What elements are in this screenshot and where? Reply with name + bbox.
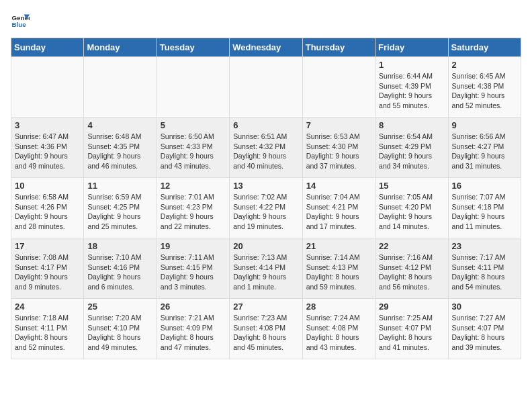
calendar-cell: 7Sunrise: 6:53 AM Sunset: 4:30 PM Daylig… xyxy=(302,118,375,178)
day-info: Sunrise: 7:07 AM Sunset: 4:18 PM Dayligh… xyxy=(452,192,517,232)
day-header-sunday: Sunday xyxy=(11,38,84,57)
day-info: Sunrise: 6:47 AM Sunset: 4:36 PM Dayligh… xyxy=(15,132,80,171)
day-number: 23 xyxy=(452,241,517,251)
calendar-cell: 21Sunrise: 7:14 AM Sunset: 4:13 PM Dayli… xyxy=(302,238,375,299)
calendar-cell: 1Sunrise: 6:44 AM Sunset: 4:39 PM Daylig… xyxy=(375,57,448,118)
day-info: Sunrise: 7:18 AM Sunset: 4:11 PM Dayligh… xyxy=(15,313,80,353)
calendar-cell: 14Sunrise: 7:04 AM Sunset: 4:21 PM Dayli… xyxy=(302,178,375,238)
day-number: 13 xyxy=(233,181,298,191)
day-info: Sunrise: 6:51 AM Sunset: 4:32 PM Dayligh… xyxy=(233,132,298,171)
calendar-cell: 25Sunrise: 7:20 AM Sunset: 4:10 PM Dayli… xyxy=(84,299,157,359)
calendar-cell: 4Sunrise: 6:48 AM Sunset: 4:35 PM Daylig… xyxy=(84,118,157,178)
day-number: 15 xyxy=(379,181,444,191)
calendar-cell: 29Sunrise: 7:25 AM Sunset: 4:07 PM Dayli… xyxy=(375,299,448,359)
calendar-header-row: SundayMondayTuesdayWednesdayThursdayFrid… xyxy=(11,38,521,57)
day-info: Sunrise: 7:14 AM Sunset: 4:13 PM Dayligh… xyxy=(306,253,371,292)
calendar-cell: 16Sunrise: 7:07 AM Sunset: 4:18 PM Dayli… xyxy=(448,178,521,238)
day-info: Sunrise: 6:44 AM Sunset: 4:39 PM Dayligh… xyxy=(379,71,444,111)
day-info: Sunrise: 6:58 AM Sunset: 4:26 PM Dayligh… xyxy=(15,192,80,232)
day-number: 2 xyxy=(452,60,517,70)
day-number: 17 xyxy=(15,241,80,251)
calendar-cell: 26Sunrise: 7:21 AM Sunset: 4:09 PM Dayli… xyxy=(157,299,229,359)
day-info: Sunrise: 7:17 AM Sunset: 4:11 PM Dayligh… xyxy=(452,253,517,292)
day-info: Sunrise: 7:10 AM Sunset: 4:16 PM Dayligh… xyxy=(87,253,152,292)
calendar-week-4: 17Sunrise: 7:08 AM Sunset: 4:17 PM Dayli… xyxy=(11,238,521,299)
logo-icon: General Blue xyxy=(11,11,30,30)
calendar-cell xyxy=(11,57,84,118)
calendar-cell: 8Sunrise: 6:54 AM Sunset: 4:29 PM Daylig… xyxy=(375,118,448,178)
day-number: 18 xyxy=(87,241,152,251)
day-info: Sunrise: 7:05 AM Sunset: 4:20 PM Dayligh… xyxy=(379,192,444,232)
day-number: 24 xyxy=(15,302,80,312)
day-info: Sunrise: 7:13 AM Sunset: 4:14 PM Dayligh… xyxy=(233,253,298,292)
day-number: 5 xyxy=(161,120,226,130)
calendar-cell: 5Sunrise: 6:50 AM Sunset: 4:33 PM Daylig… xyxy=(157,118,229,178)
calendar-cell: 30Sunrise: 7:27 AM Sunset: 4:07 PM Dayli… xyxy=(448,299,521,359)
day-header-monday: Monday xyxy=(84,38,157,57)
day-number: 4 xyxy=(87,120,152,130)
day-number: 3 xyxy=(15,120,80,130)
day-info: Sunrise: 7:27 AM Sunset: 4:07 PM Dayligh… xyxy=(452,313,517,353)
day-info: Sunrise: 7:23 AM Sunset: 4:08 PM Dayligh… xyxy=(233,313,298,353)
calendar-week-2: 3Sunrise: 6:47 AM Sunset: 4:36 PM Daylig… xyxy=(11,118,521,178)
calendar-table: SundayMondayTuesdayWednesdayThursdayFrid… xyxy=(11,38,521,359)
day-number: 9 xyxy=(452,120,517,130)
day-header-saturday: Saturday xyxy=(448,38,521,57)
calendar-cell xyxy=(157,57,229,118)
day-number: 1 xyxy=(379,60,444,70)
day-number: 29 xyxy=(379,302,444,312)
day-number: 19 xyxy=(161,241,226,251)
calendar-week-3: 10Sunrise: 6:58 AM Sunset: 4:26 PM Dayli… xyxy=(11,178,521,238)
page-header: General Blue xyxy=(11,11,521,30)
day-info: Sunrise: 7:08 AM Sunset: 4:17 PM Dayligh… xyxy=(15,253,80,292)
day-info: Sunrise: 7:24 AM Sunset: 4:08 PM Dayligh… xyxy=(306,313,371,353)
day-number: 26 xyxy=(161,302,226,312)
logo: General Blue xyxy=(11,11,32,30)
day-info: Sunrise: 6:53 AM Sunset: 4:30 PM Dayligh… xyxy=(306,132,371,171)
calendar-week-5: 24Sunrise: 7:18 AM Sunset: 4:11 PM Dayli… xyxy=(11,299,521,359)
calendar-cell: 28Sunrise: 7:24 AM Sunset: 4:08 PM Dayli… xyxy=(302,299,375,359)
svg-text:Blue: Blue xyxy=(11,21,26,28)
calendar-cell xyxy=(302,57,375,118)
calendar-cell: 9Sunrise: 6:56 AM Sunset: 4:27 PM Daylig… xyxy=(448,118,521,178)
day-number: 10 xyxy=(15,181,80,191)
calendar-cell: 6Sunrise: 6:51 AM Sunset: 4:32 PM Daylig… xyxy=(230,118,302,178)
day-info: Sunrise: 7:16 AM Sunset: 4:12 PM Dayligh… xyxy=(379,253,444,292)
calendar-cell: 27Sunrise: 7:23 AM Sunset: 4:08 PM Dayli… xyxy=(230,299,302,359)
day-info: Sunrise: 6:45 AM Sunset: 4:38 PM Dayligh… xyxy=(452,71,517,111)
day-info: Sunrise: 7:01 AM Sunset: 4:23 PM Dayligh… xyxy=(161,192,226,232)
calendar-cell: 13Sunrise: 7:02 AM Sunset: 4:22 PM Dayli… xyxy=(230,178,302,238)
calendar-cell: 15Sunrise: 7:05 AM Sunset: 4:20 PM Dayli… xyxy=(375,178,448,238)
day-info: Sunrise: 6:50 AM Sunset: 4:33 PM Dayligh… xyxy=(161,132,226,171)
day-number: 11 xyxy=(87,181,152,191)
day-number: 22 xyxy=(379,241,444,251)
calendar-body: 1Sunrise: 6:44 AM Sunset: 4:39 PM Daylig… xyxy=(11,57,521,359)
calendar-cell xyxy=(84,57,157,118)
day-header-thursday: Thursday xyxy=(302,38,375,57)
calendar-cell: 20Sunrise: 7:13 AM Sunset: 4:14 PM Dayli… xyxy=(230,238,302,299)
calendar-cell: 17Sunrise: 7:08 AM Sunset: 4:17 PM Dayli… xyxy=(11,238,84,299)
calendar-cell: 10Sunrise: 6:58 AM Sunset: 4:26 PM Dayli… xyxy=(11,178,84,238)
day-header-wednesday: Wednesday xyxy=(230,38,302,57)
day-number: 20 xyxy=(233,241,298,251)
calendar-cell: 11Sunrise: 6:59 AM Sunset: 4:25 PM Dayli… xyxy=(84,178,157,238)
calendar-cell: 12Sunrise: 7:01 AM Sunset: 4:23 PM Dayli… xyxy=(157,178,229,238)
day-header-friday: Friday xyxy=(375,38,448,57)
calendar-cell: 24Sunrise: 7:18 AM Sunset: 4:11 PM Dayli… xyxy=(11,299,84,359)
calendar-cell: 19Sunrise: 7:11 AM Sunset: 4:15 PM Dayli… xyxy=(157,238,229,299)
day-info: Sunrise: 7:21 AM Sunset: 4:09 PM Dayligh… xyxy=(161,313,226,353)
day-number: 8 xyxy=(379,120,444,130)
calendar-cell: 22Sunrise: 7:16 AM Sunset: 4:12 PM Dayli… xyxy=(375,238,448,299)
calendar-cell: 23Sunrise: 7:17 AM Sunset: 4:11 PM Dayli… xyxy=(448,238,521,299)
day-info: Sunrise: 7:20 AM Sunset: 4:10 PM Dayligh… xyxy=(87,313,152,353)
day-info: Sunrise: 6:54 AM Sunset: 4:29 PM Dayligh… xyxy=(379,132,444,171)
day-number: 28 xyxy=(306,302,371,312)
day-number: 7 xyxy=(306,120,371,130)
day-number: 30 xyxy=(452,302,517,312)
day-number: 25 xyxy=(87,302,152,312)
day-info: Sunrise: 7:02 AM Sunset: 4:22 PM Dayligh… xyxy=(233,192,298,232)
calendar-week-1: 1Sunrise: 6:44 AM Sunset: 4:39 PM Daylig… xyxy=(11,57,521,118)
day-info: Sunrise: 6:59 AM Sunset: 4:25 PM Dayligh… xyxy=(87,192,152,232)
calendar-cell xyxy=(230,57,302,118)
day-number: 27 xyxy=(233,302,298,312)
